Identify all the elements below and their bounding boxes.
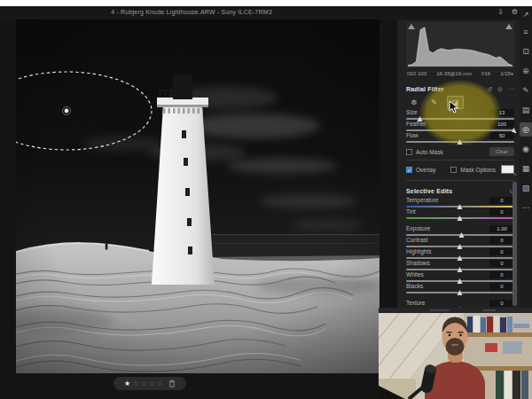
exif-lens: 16-35@16 mm — [436, 71, 472, 79]
panel-menu-icon[interactable]: ⋯ — [508, 86, 514, 93]
histogram-plot — [406, 22, 514, 68]
slider-row: Size 13 — [406, 108, 514, 120]
slider-value-field[interactable]: 0 — [489, 208, 514, 215]
slider-row: Highlights 0 — [406, 247, 514, 259]
overlay-row: ✓ Overlay Mask Options — [406, 164, 514, 175]
star-4[interactable]: ☆ — [149, 379, 155, 388]
slider-row: Shadows 0 — [406, 259, 514, 270]
slider-label: Whites — [406, 271, 424, 278]
auto-mask-row: Auto Mask Clear — [406, 146, 514, 157]
slider-value-field[interactable]: 0 — [489, 300, 514, 307]
brush-icon[interactable]: ✎ — [520, 81, 532, 100]
slider-track[interactable] — [406, 217, 514, 219]
fullscreen-icon[interactable]: ↗ — [520, 6, 532, 22]
slider-label: Shadows — [406, 260, 430, 266]
auto-mask-checkbox[interactable] — [406, 149, 412, 155]
slider-label: Blacks — [406, 283, 423, 289]
slider-thumb[interactable] — [458, 139, 463, 145]
slider-value-field[interactable]: 0 — [489, 271, 514, 278]
photo-canvas[interactable] — [16, 20, 379, 373]
slider-label: Temperature — [406, 197, 439, 203]
reset-icon[interactable]: ↺ — [487, 86, 492, 93]
slider-value-field[interactable]: 0 — [489, 248, 514, 255]
star-5[interactable]: ☆ — [157, 379, 163, 388]
overlay-checkbox[interactable]: ✓ — [406, 167, 412, 173]
slider-label: Exposure — [406, 225, 430, 231]
export-icon[interactable]: ⇩ — [497, 8, 504, 16]
radial-filter-header-icons: ↺⊙⋯ — [487, 86, 514, 93]
slider-row: Blacks 0 — [406, 282, 514, 293]
slider-label: Contrast — [406, 237, 428, 243]
auto-mask-label: Auto Mask — [416, 149, 443, 155]
slider-row: Tint 0 — [406, 207, 514, 219]
star-rating[interactable]: ★☆☆☆☆ — [124, 379, 163, 388]
webcam-overlay — [379, 308, 532, 399]
slider-value-field[interactable]: 0 — [489, 197, 514, 204]
mouse-cursor — [449, 100, 459, 114]
settings-gear-icon[interactable]: ⚙ — [512, 8, 518, 16]
slider-track[interactable] — [406, 292, 514, 293]
exif-aperture: f/16 — [481, 71, 490, 79]
selective-edits-title: Selective Edits — [406, 188, 452, 194]
brush-tool-icon[interactable]: ✎ — [426, 97, 442, 108]
slider-thumb[interactable] — [458, 215, 463, 221]
rating-bar: ★☆☆☆☆ — [113, 377, 186, 390]
webcam-video — [379, 308, 532, 399]
slider-row: Contrast 0 — [406, 236, 514, 247]
heal-icon[interactable]: ⊕ — [520, 61, 532, 81]
edit-adjustments-icon[interactable]: ≡ — [520, 22, 532, 42]
more-tools-icon[interactable]: ⋯ — [520, 198, 532, 217]
slider-row: Temperature 0 — [406, 196, 514, 207]
graduated-filter-icon[interactable]: ▤ — [520, 100, 532, 120]
exif-shutter: 1/15s — [500, 71, 513, 79]
slider-row: Whites 0 — [406, 270, 514, 282]
slider-value-field[interactable]: 0 — [489, 260, 514, 267]
texture-icon[interactable]: ▨ — [520, 178, 532, 198]
slider-value-field[interactable]: 1.00 — [489, 225, 514, 232]
titlebar: 4 - Rubjerg Knude Lighthouse.ARW - Sony … — [0, 6, 532, 20]
webcam-window-bar — [379, 308, 532, 313]
selective-edits-sliders: Temperature 0 Tint 0 Exposure 1.00 Contr… — [406, 196, 514, 322]
slider-label: Texture — [406, 300, 425, 306]
slider-value-field[interactable]: 0 — [489, 237, 514, 244]
slider-row: Flow 50 — [406, 131, 514, 143]
shadow-clipping-icon[interactable] — [408, 24, 415, 29]
red-eye-icon[interactable]: ◉ — [520, 139, 532, 159]
slider-label: Size — [406, 109, 418, 115]
slider-label: Tint — [406, 208, 416, 215]
radial-filter-header: Radial Filter ↺⊙⋯ — [406, 84, 514, 94]
slider-label: Highlights — [406, 248, 432, 254]
crop-icon[interactable]: ⊡ — [520, 42, 532, 61]
mask-options-checkbox[interactable] — [450, 167, 457, 173]
clear-button[interactable]: Clear — [489, 147, 514, 156]
radial-filter-title: Radial Filter — [406, 86, 444, 92]
scrollbar[interactable] — [512, 182, 517, 306]
highlight-clipping-icon[interactable] — [505, 24, 512, 29]
slider-value-field[interactable]: 0 — [489, 283, 514, 290]
masking-icon[interactable]: ▦ — [520, 159, 532, 178]
overlay-label: Overlay — [416, 167, 435, 173]
mask-options-label: Mask Options — [460, 167, 496, 173]
slider-thumb[interactable] — [458, 290, 463, 295]
radial-tool-icon[interactable]: ⊚ — [406, 97, 421, 108]
radial-filter-tools: ⊚✎◪ — [406, 96, 514, 108]
preview-eye-icon[interactable]: ⊙ — [497, 86, 503, 93]
radial-filter-sliders: Size 13 Feather 100 Flow 50 — [406, 108, 514, 143]
slider-value-field[interactable]: 50 — [489, 132, 514, 139]
slider-row: Feather 100 — [406, 120, 514, 131]
slider-label: Flow — [406, 132, 419, 138]
exif-info: ISO 100 16-35@16 mm f/16 1/15s — [406, 71, 514, 79]
slider-value-field[interactable]: 100 — [489, 121, 514, 128]
histogram[interactable] — [406, 22, 514, 68]
slider-value-field[interactable]: 13 — [489, 109, 514, 116]
selective-edits-header: Selective Edits ↺ — [406, 186, 514, 196]
star-2[interactable]: ☆ — [132, 379, 138, 388]
photo-vignette — [16, 20, 379, 373]
star-3[interactable]: ☆ — [140, 379, 146, 388]
radial-filter-icon[interactable]: ◎ — [520, 122, 532, 137]
radial-filter-pin[interactable] — [65, 109, 69, 113]
titlebar-icons: ⇩ ⚙ — [497, 8, 518, 16]
star-1[interactable]: ★ — [124, 379, 130, 388]
slider-track[interactable] — [406, 141, 514, 143]
delete-icon[interactable] — [168, 379, 176, 387]
